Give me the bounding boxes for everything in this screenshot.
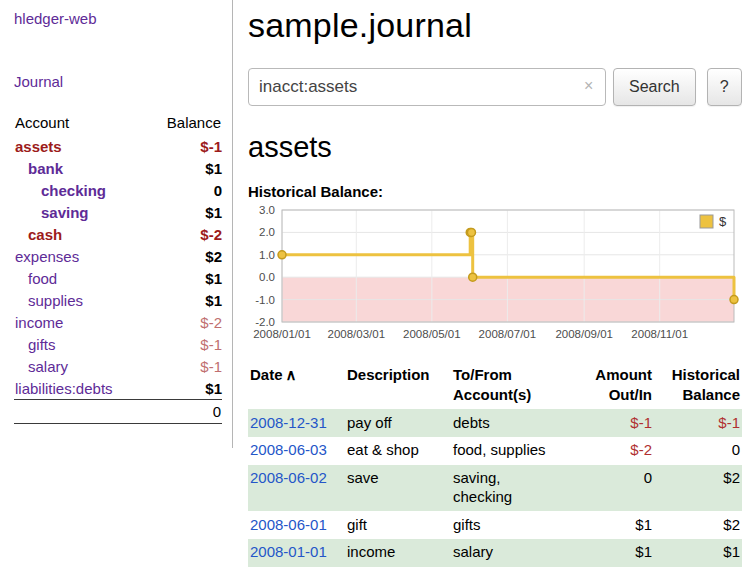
register-balance: $2 bbox=[654, 511, 742, 539]
account-name-cell: bank bbox=[14, 157, 146, 179]
register-header-amount: Amount Out/In bbox=[559, 362, 654, 409]
account-row: food$1 bbox=[14, 267, 222, 289]
data-point-marker bbox=[469, 273, 477, 281]
register-amount: $-1 bbox=[559, 409, 654, 437]
account-name-cell: saving bbox=[14, 201, 146, 223]
account-link-expenses[interactable]: expenses bbox=[14, 248, 79, 265]
account-row: supplies$1 bbox=[14, 289, 222, 311]
account-link-cash[interactable]: cash bbox=[14, 226, 62, 243]
y-tick-label: 2.0 bbox=[259, 226, 275, 238]
register-description: eat & shop bbox=[345, 437, 451, 465]
balance-chart: 3.02.01.00.0-1.0-2.02008/01/012008/03/01… bbox=[248, 204, 740, 356]
register-description: save bbox=[345, 465, 451, 512]
account-link-bank[interactable]: bank bbox=[14, 160, 63, 177]
register-accounts: saving, checking bbox=[451, 465, 559, 512]
page-title: sample.journal bbox=[248, 6, 742, 45]
register-accounts: gifts bbox=[451, 511, 559, 539]
register-description: gift bbox=[345, 511, 451, 539]
account-balance: $1 bbox=[146, 201, 222, 223]
account-name-cell: cash bbox=[14, 223, 146, 245]
legend-swatch bbox=[700, 215, 713, 228]
register-amount: 0 bbox=[559, 465, 654, 512]
account-row: salary$-1 bbox=[14, 355, 222, 377]
register-header-row: Date∧ Description To/From Account(s) Amo… bbox=[248, 362, 742, 409]
register-date-cell: 2008-12-31 bbox=[248, 409, 345, 437]
register-row: 2008-12-31pay offdebts$-1$-1 bbox=[248, 409, 742, 437]
register-date-cell: 2008-06-03 bbox=[248, 437, 345, 465]
x-tick-label: 2008/11/01 bbox=[631, 328, 688, 340]
accounts-table-body: assets$-1bank$1checking0saving$1cash$-2e… bbox=[14, 135, 222, 400]
account-link-income[interactable]: income bbox=[14, 314, 63, 331]
account-row: gifts$-1 bbox=[14, 333, 222, 355]
register-header-date[interactable]: Date∧ bbox=[248, 362, 345, 409]
account-row: bank$1 bbox=[14, 157, 222, 179]
register-balance: $-1 bbox=[654, 409, 742, 437]
account-link-checking[interactable]: checking bbox=[14, 182, 106, 199]
account-row: checking0 bbox=[14, 179, 222, 201]
account-balance: $1 bbox=[146, 157, 222, 179]
register-amount: $-2 bbox=[559, 437, 654, 465]
register-header-account: To/From Account(s) bbox=[451, 362, 559, 409]
register-header-description: Description bbox=[345, 362, 451, 409]
account-balance: $-2 bbox=[146, 311, 222, 333]
accounts-header-row: Account Balance bbox=[14, 111, 222, 135]
search-button[interactable]: Search bbox=[613, 68, 696, 106]
account-link-food[interactable]: food bbox=[14, 270, 57, 287]
accounts-total-balance: 0 bbox=[146, 400, 222, 424]
register-amount: $1 bbox=[559, 539, 654, 567]
search-input[interactable] bbox=[248, 68, 606, 106]
account-row: expenses$2 bbox=[14, 245, 222, 267]
account-row: assets$-1 bbox=[14, 135, 222, 157]
register-date-link[interactable]: 2008-06-01 bbox=[250, 516, 327, 533]
account-balance: $1 bbox=[146, 377, 222, 400]
account-balance: 0 bbox=[146, 179, 222, 201]
chart-title: Historical Balance: bbox=[248, 183, 742, 200]
register-amount: $1 bbox=[559, 511, 654, 539]
clear-search-icon[interactable]: × bbox=[584, 78, 593, 94]
account-row: liabilities:debts$1 bbox=[14, 377, 222, 400]
account-balance: $-1 bbox=[146, 355, 222, 377]
account-name-cell: assets bbox=[14, 135, 146, 157]
register-date-cell: 2008-06-01 bbox=[248, 511, 345, 539]
register-header-date-label: Date bbox=[250, 366, 283, 383]
search-form: × Search ? bbox=[248, 68, 742, 106]
account-row: saving$1 bbox=[14, 201, 222, 223]
account-name-cell: food bbox=[14, 267, 146, 289]
main-content: sample.journal × Search ? assets Histori… bbox=[248, 0, 742, 567]
register-date-link[interactable]: 2008-12-31 bbox=[250, 414, 327, 431]
accounts-table: Account Balance assets$-1bank$1checking0… bbox=[14, 111, 222, 424]
y-tick-label: 0.0 bbox=[259, 271, 275, 283]
register-balance: $2 bbox=[654, 465, 742, 512]
y-tick-label: 1.0 bbox=[259, 249, 275, 261]
account-link-gifts[interactable]: gifts bbox=[14, 336, 56, 353]
account-name-cell: income bbox=[14, 311, 146, 333]
account-link-saving[interactable]: saving bbox=[14, 204, 89, 221]
x-tick-label: 2008/09/01 bbox=[555, 328, 613, 340]
accounts-total-row: 0 bbox=[14, 400, 222, 424]
register-description: pay off bbox=[345, 409, 451, 437]
y-tick-label: -1.0 bbox=[255, 294, 275, 306]
journal-link[interactable]: Journal bbox=[14, 73, 222, 90]
account-name-cell: supplies bbox=[14, 289, 146, 311]
register-date-cell: 2008-06-02 bbox=[248, 465, 345, 512]
app-title-link[interactable]: hledger-web bbox=[14, 10, 222, 27]
account-balance: $1 bbox=[146, 267, 222, 289]
account-balance: $2 bbox=[146, 245, 222, 267]
y-tick-label: -2.0 bbox=[255, 316, 275, 328]
x-tick-label: 2008/07/01 bbox=[479, 328, 537, 340]
register-balance: 0 bbox=[654, 437, 742, 465]
account-link-salary[interactable]: salary bbox=[14, 358, 68, 375]
data-point-marker bbox=[467, 228, 475, 236]
account-link-supplies[interactable]: supplies bbox=[14, 292, 83, 309]
register-date-link[interactable]: 2008-01-01 bbox=[250, 543, 327, 560]
register-accounts: food, supplies bbox=[451, 437, 559, 465]
register-date-link[interactable]: 2008-06-02 bbox=[250, 469, 327, 486]
account-row: cash$-2 bbox=[14, 223, 222, 245]
help-button[interactable]: ? bbox=[707, 68, 742, 106]
register-description: income bbox=[345, 539, 451, 567]
account-link-liabilities-debts[interactable]: liabilities:debts bbox=[14, 380, 113, 397]
accounts-header-balance: Balance bbox=[146, 111, 222, 135]
account-link-assets[interactable]: assets bbox=[14, 138, 62, 155]
y-tick-label: 3.0 bbox=[259, 204, 275, 216]
register-date-link[interactable]: 2008-06-03 bbox=[250, 441, 327, 458]
